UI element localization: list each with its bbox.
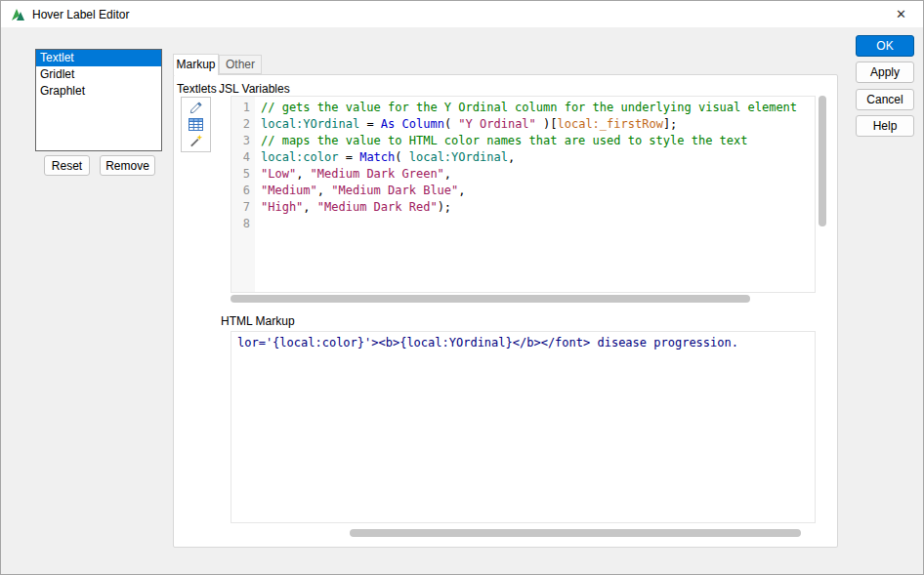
titlebar: Hover Label Editor ✕ [1, 1, 923, 27]
close-icon[interactable]: ✕ [879, 1, 923, 27]
code-line: "Medium", "Medium Dark Blue", [261, 183, 815, 199]
line-number: 5 [231, 166, 250, 183]
help-button[interactable]: Help [856, 115, 914, 137]
reset-button[interactable]: Reset [44, 155, 90, 176]
line-number: 1 [231, 100, 250, 116]
html-markup-text: lor='{local:color}'><b>{local:YOrdinal}<… [237, 335, 815, 351]
list-item-textlet[interactable]: Textlet [36, 50, 161, 66]
line-number-gutter: 12345678 [231, 97, 255, 292]
list-item-graphlet[interactable]: Graphlet [36, 83, 161, 100]
jsl-vertical-scrollbar[interactable] [818, 96, 827, 293]
jsl-variables-label: JSL Variables [219, 82, 290, 96]
line-number: 2 [231, 116, 250, 133]
hover-label-editor-window: Hover Label Editor ✕ TextletGridletGraph… [0, 0, 924, 575]
line-number: 6 [231, 183, 250, 199]
code-line: "High", "Medium Dark Red"); [261, 199, 815, 216]
jsl-horizontal-scrollbar[interactable] [231, 294, 816, 304]
scrollbar-thumb[interactable] [350, 529, 801, 537]
table-icon [189, 118, 203, 131]
table-button[interactable] [186, 116, 207, 133]
list-item-gridlet[interactable]: Gridlet [36, 66, 161, 83]
code-line: // gets the value for the Y Ordinal colu… [261, 100, 815, 116]
scrollbar-thumb[interactable] [231, 295, 750, 303]
wand-icon [189, 134, 203, 148]
jsl-code-area[interactable]: // gets the value for the Y Ordinal colu… [255, 97, 815, 292]
html-markup-label: HTML Markup [221, 314, 295, 328]
wand-button[interactable] [186, 133, 207, 149]
app-icon [10, 7, 25, 22]
apply-button[interactable]: Apply [856, 62, 914, 83]
textlet-toolbar [181, 97, 211, 152]
remove-button[interactable]: Remove [100, 155, 155, 176]
scrollbar-thumb[interactable] [819, 96, 826, 226]
tab-markup[interactable]: Markup [173, 54, 219, 75]
code-line [261, 216, 815, 232]
ok-button[interactable]: OK [856, 35, 914, 57]
line-number: 8 [231, 216, 250, 232]
edit-pencil-icon [189, 101, 203, 115]
code-line: "Low", "Medium Dark Green", [261, 166, 815, 183]
window-title: Hover Label Editor [32, 8, 129, 21]
jsl-variables-editor[interactable]: 12345678 // gets the value for the Y Ord… [231, 96, 816, 293]
line-number: 4 [231, 149, 250, 166]
cancel-button[interactable]: Cancel [856, 89, 914, 110]
textlets-label: Textlets [177, 82, 217, 96]
code-line: local:color = Match( local:YOrdinal, [261, 149, 815, 166]
line-number: 7 [231, 199, 250, 216]
tab-other[interactable]: Other [219, 55, 262, 74]
code-line: local:YOrdinal = As Column( "Y Ordinal" … [261, 116, 815, 133]
markup-panel: Textlets JSL Variables [173, 74, 838, 548]
html-horizontal-scrollbar[interactable] [231, 528, 816, 538]
hover-element-listbox[interactable]: TextletGridletGraphlet [35, 49, 162, 151]
code-line: // maps the value to HTML color names th… [261, 133, 815, 149]
line-number: 3 [231, 133, 250, 149]
html-markup-editor[interactable]: lor='{local:color}'><b>{local:YOrdinal}<… [231, 331, 816, 523]
edit-pencil-button[interactable] [186, 100, 207, 116]
